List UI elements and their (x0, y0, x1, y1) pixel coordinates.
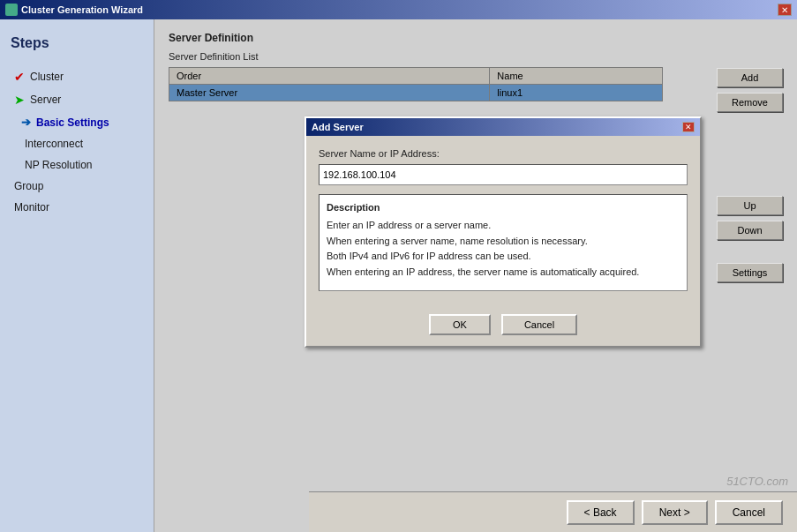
description-title: Description (327, 202, 680, 213)
back-button[interactable]: < Back (567, 500, 635, 525)
check-icon: ✔ (14, 70, 25, 84)
modal-close-button[interactable]: ✕ (682, 122, 695, 132)
description-box: Description Enter an IP address or a ser… (319, 194, 688, 291)
sidebar-item-server[interactable]: ➤ Server (0, 88, 154, 111)
modal-title: Add Server (312, 122, 364, 132)
modal-body: Server Name or IP Address: Description E… (306, 136, 700, 309)
watermark: 51CTO.com (726, 475, 788, 488)
bottom-bar: < Back Next > Cancel (309, 491, 797, 532)
sidebar-item-basic-settings[interactable]: ➔ Basic Settings (0, 111, 154, 133)
sidebar-item-group[interactable]: Group (0, 176, 154, 197)
sidebar-item-interconnect-label: Interconnect (25, 138, 83, 150)
sidebar-item-basic-settings-label: Basic Settings (36, 116, 109, 129)
desc-line-1: Enter an IP address or a server name. (327, 220, 491, 230)
modal-titlebar: Add Server ✕ (306, 118, 700, 136)
modal-footer: OK Cancel (306, 309, 700, 346)
description-text: Enter an IP address or a server name. Wh… (327, 218, 680, 280)
sidebar-heading: Steps (0, 28, 154, 65)
next-button[interactable]: Next > (642, 500, 708, 525)
title-close-button[interactable]: ✕ (778, 4, 792, 16)
ok-button[interactable]: OK (429, 314, 491, 335)
modal-input-label: Server Name or IP Address: (319, 148, 688, 159)
sidebar-item-np-resolution[interactable]: NP Resolution (0, 154, 154, 176)
desc-line-3: Both IPv4 and IPv6 for IP address can be… (327, 251, 531, 261)
title-bar-left: Cluster Generation Wizard (5, 4, 143, 16)
sidebar-item-cluster-label: Cluster (30, 71, 64, 83)
cancel-button[interactable]: Cancel (715, 500, 783, 525)
desc-line-2: When entering a server name, name resolu… (327, 236, 588, 246)
arrow-icon: ➤ (14, 93, 25, 107)
content-area: Server Definition Server Definition List… (154, 19, 797, 532)
sidebar-item-np-resolution-label: NP Resolution (25, 159, 93, 171)
sidebar-item-interconnect[interactable]: Interconnect (0, 133, 154, 154)
app-icon (5, 4, 18, 16)
sidebar-item-monitor-label: Monitor (14, 201, 49, 214)
desc-line-4: When entering an IP address, the server … (327, 266, 639, 277)
title-bar-text: Cluster Generation Wizard (21, 4, 143, 15)
server-name-input[interactable] (319, 164, 688, 185)
title-bar: Cluster Generation Wizard ✕ (0, 0, 797, 19)
sidebar: Steps ✔ Cluster ➤ Server ➔ Basic Setting… (0, 19, 154, 532)
sidebar-item-cluster[interactable]: ✔ Cluster (0, 65, 154, 88)
sidebar-item-group-label: Group (14, 180, 43, 192)
modal-overlay: Add Server ✕ Server Name or IP Address: … (154, 19, 797, 532)
add-server-dialog: Add Server ✕ Server Name or IP Address: … (305, 116, 702, 348)
sidebar-item-monitor[interactable]: Monitor (0, 197, 154, 218)
main-container: Steps ✔ Cluster ➤ Server ➔ Basic Setting… (0, 19, 797, 532)
modal-cancel-button[interactable]: Cancel (501, 314, 577, 335)
sidebar-item-server-label: Server (30, 94, 61, 106)
sub-arrow-icon: ➔ (21, 116, 31, 129)
